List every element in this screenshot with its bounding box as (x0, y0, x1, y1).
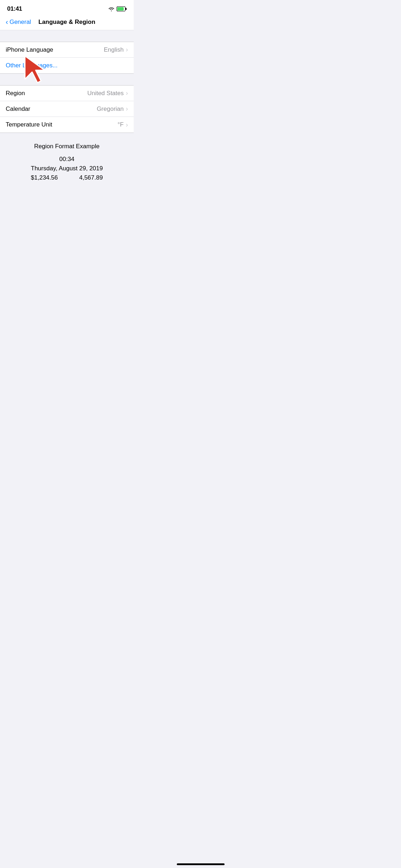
region-row[interactable]: Region United States › (0, 86, 134, 101)
back-chevron-icon: ‹ (6, 18, 8, 26)
chevron-icon: › (126, 46, 128, 53)
region-format-time: 00:34 (6, 156, 128, 163)
battery-icon (117, 6, 127, 11)
svg-rect-1 (117, 7, 124, 11)
svg-rect-2 (125, 8, 127, 10)
calendar-value: Gregorian (97, 105, 124, 113)
calendar-chevron-icon: › (126, 105, 128, 113)
status-time: 01:41 (7, 5, 22, 12)
iphone-language-row[interactable]: iPhone Language English › (0, 42, 134, 58)
back-label: General (10, 19, 31, 26)
back-button[interactable]: ‹ General (6, 18, 31, 26)
page-title: Language & Region (38, 19, 96, 26)
temperature-value: °F (118, 121, 124, 128)
region-format-numbers: $1,234.56 4,567.89 (6, 174, 128, 181)
calendar-row[interactable]: Calendar Gregorian › (0, 101, 134, 117)
calendar-label: Calendar (6, 105, 97, 113)
temperature-row[interactable]: Temperature Unit °F › (0, 117, 134, 133)
language-group: iPhone Language English › Other Language… (0, 42, 134, 74)
region-format-number: 4,567.89 (79, 174, 103, 181)
region-chevron-icon: › (126, 89, 128, 97)
region-label: Region (6, 90, 87, 97)
nav-bar: ‹ General Language & Region (0, 16, 134, 30)
region-format-title: Region Format Example (6, 143, 128, 150)
iphone-language-value: English (104, 46, 124, 53)
other-languages-link[interactable]: Other Languages... (0, 58, 134, 73)
iphone-language-value-container: English › (104, 46, 128, 53)
section-spacer-2 (0, 74, 134, 85)
region-format-currency: $1,234.56 (31, 174, 58, 181)
region-value-container: United States › (87, 89, 128, 97)
region-format-section: Region Format Example 00:34 Thursday, Au… (0, 133, 134, 190)
wifi-icon (108, 7, 114, 11)
region-format-date: Thursday, August 29, 2019 (6, 165, 128, 172)
region-group: Region United States › Calendar Gregoria… (0, 85, 134, 133)
other-languages-container: Other Languages... (0, 58, 134, 73)
temperature-label: Temperature Unit (6, 121, 118, 128)
temperature-chevron-icon: › (126, 121, 128, 129)
section-spacer-1 (0, 30, 134, 42)
temperature-value-container: °F › (118, 121, 128, 129)
status-bar: 01:41 (0, 0, 134, 16)
status-icons (108, 6, 127, 11)
region-value: United States (87, 90, 124, 97)
iphone-language-label: iPhone Language (6, 46, 104, 53)
calendar-value-container: Gregorian › (97, 105, 128, 113)
battery-container (117, 6, 127, 11)
